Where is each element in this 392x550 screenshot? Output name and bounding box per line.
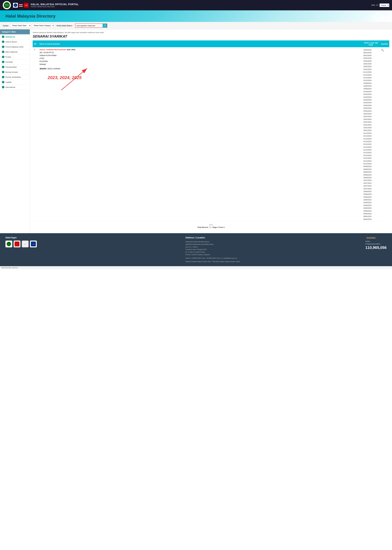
total-record: Total Record : 1 – Page 1 From 1	[33, 226, 389, 228]
lang-separator: BM	[376, 4, 378, 6]
header-title-block: HALAL MALAYSIA OFFICIAL PORTAL PORTAL RA…	[31, 3, 368, 7]
sidebar-check-logistik	[2, 81, 4, 83]
footer-address-section: Address / Location BAHAGIAN PENGURUSAN H…	[185, 236, 360, 263]
social-media-button[interactable]: Social Media	[365, 236, 377, 239]
sidebar-check-international	[2, 86, 4, 88]
app-logo-3: APP	[22, 240, 28, 247]
footer-apps-title: Halal Apps	[6, 236, 180, 239]
footer-contact: Telefon : 03-8892 5000 | Faks : 03-8892 …	[185, 257, 360, 260]
cell-search[interactable]: 🔍	[380, 47, 389, 221]
sidebar-item-hotel[interactable]: Hotel & Resort	[0, 39, 30, 44]
search-bar: Carian: Please Select State Please Selec…	[0, 22, 392, 29]
sidebar-label-logistik: Logistik	[6, 81, 11, 83]
welcome-text: Selamat datang ke direktori Halal Malays…	[33, 32, 389, 34]
company-address: 18A, JALAN PP 2/2,TAMAN PUTRA PRIMA47100…	[40, 51, 361, 66]
category-select[interactable]: Please Select Category	[32, 24, 54, 28]
app-logo-4: JAKIM	[30, 240, 37, 247]
footer-address-title: Address / Location	[185, 236, 360, 239]
visitor-count: 110,965,056	[365, 246, 386, 250]
th-bil: Bil	[33, 40, 38, 47]
sidebar-item-premis[interactable]: Premis Makanan (204)	[0, 44, 30, 49]
sidebar-label-kosmetik: Kosmetik	[6, 61, 13, 63]
sidebar-label-hotel: Hotel & Resort	[6, 41, 17, 43]
search-company-icon[interactable]: 🔍	[381, 49, 384, 51]
footer-apps-section: Halal Apps HALAL MY APP JAKIM	[6, 236, 180, 263]
svg-point-0	[4, 2, 10, 8]
sidebar-item-produk[interactable]: Produk	[0, 55, 30, 59]
portal-subtitle: PORTAL RASMI HALAL MALAYSIA	[31, 6, 368, 7]
banner: Halal Malaysia Directory	[0, 10, 392, 22]
footer-address-text: BAHAGIAN PENGURUSAN HALAL, JABATAN KEMAJ…	[185, 240, 360, 256]
annotation-arrow	[53, 66, 97, 93]
sidebar-label-menu: Menu Makanan	[6, 51, 18, 53]
result-table: Bil Nama & Alamat Syarikat Tarikh Luput …	[33, 40, 389, 221]
search-icon	[104, 24, 106, 27]
cell-company: SEOUL GARDEN RESTAURANT SDN. BHD. 18A, J…	[38, 47, 362, 221]
halal-logo: HALAL MALAYSIA	[3, 1, 11, 9]
banner-title: Halal Malaysia Directory	[6, 14, 386, 19]
company-name-line: SEOUL GARDEN RESTAURANT SDN. BHD.	[40, 49, 361, 51]
jakim-logo: JAKIM	[24, 3, 28, 8]
company-name-red: SEOUL GARDEN RESTAURANT	[40, 49, 66, 51]
sidebar: Kategori / Skim Syarikat (1) Hotel & Res…	[0, 29, 30, 233]
nav-dropdown[interactable]: Home	[380, 4, 389, 7]
svg-text:MALAYSIA: MALAYSIA	[5, 6, 9, 6]
svg-text:HALAL: HALAL	[5, 4, 9, 5]
sidebar-label-rumah: Rumah Sembelihan	[6, 76, 21, 78]
verify-label: Verify Halal Status :	[56, 25, 73, 27]
app-logo-1: HALAL	[6, 240, 12, 247]
footer-visitor-section: Social Media Visitor Pengunjung terkini …	[365, 236, 386, 263]
sidebar-item-menu[interactable]: Menu Makanan	[0, 49, 30, 55]
th-tarikh: Tarikh Luput Sijil Halal	[362, 40, 380, 47]
sidebar-check-farma	[2, 66, 4, 68]
sidebar-check-barang	[2, 71, 4, 73]
sidebar-item-international[interactable]: International	[0, 85, 30, 90]
sidebar-item-farma[interactable]: Farmaseutikal	[0, 64, 30, 70]
content-area: Selamat datang ke direktori Halal Malays…	[30, 29, 392, 233]
table-row: 1. SEOUL GARDEN RESTAURANT SDN. BHD. 18A…	[33, 47, 389, 221]
sidebar-check-produk	[2, 56, 4, 58]
sidebar-label-farma: Farmaseutikal	[6, 66, 17, 68]
svg-text:HALAL: HALAL	[7, 244, 10, 245]
th-name: Nama & Alamat Syarikat	[38, 40, 362, 47]
sidebar-item-rumah[interactable]: Rumah Sembelihan	[0, 75, 30, 80]
footer-logo-row: HALAL MY APP JAKIM	[6, 240, 180, 247]
gov-logo-1: MY	[13, 3, 18, 8]
sidebar-label-barang: Barang Gunaan	[6, 71, 18, 73]
app-logo-2: MY	[14, 240, 21, 247]
search-input-wrap	[75, 24, 107, 28]
sidebar-check-kosmetik	[2, 61, 4, 63]
visitor-title: Visitor	[365, 240, 386, 242]
svg-text:JAKIM: JAKIM	[32, 244, 35, 245]
pagination: [ 1 ]	[33, 224, 389, 226]
sidebar-item-kosmetik[interactable]: Kosmetik	[0, 59, 30, 64]
sidebar-item-logistik[interactable]: Logistik	[0, 80, 30, 85]
portal-title: HALAL MALAYSIA OFFICIAL PORTAL	[31, 3, 368, 6]
list-title: SENARAI SYARIKAT	[33, 34, 389, 39]
cell-bil: 1.	[33, 47, 38, 221]
sidebar-check-menu	[2, 51, 4, 53]
svg-text:MY: MY	[16, 244, 18, 245]
search-button[interactable]	[103, 24, 107, 27]
svg-text:MY: MY	[15, 5, 16, 6]
sidebar-check-hotel	[2, 41, 4, 43]
sidebar-label-premis: Premis Makanan (204)	[6, 46, 23, 48]
lang-eng[interactable]: ENG	[371, 4, 375, 6]
search-input[interactable]	[75, 24, 103, 27]
sidebar-check-rumah	[2, 76, 4, 78]
sidebar-label-international: International	[6, 86, 15, 88]
th-syarikat: Syarikat	[380, 40, 389, 47]
sidebar-check-premis	[2, 46, 4, 48]
url-bar: directory/index_directory	[0, 266, 392, 269]
sidebar-label-syarikat: Syarikat (1)	[6, 36, 15, 38]
sidebar-item-barang[interactable]: Barang Gunaan	[0, 70, 30, 75]
cell-dates: 15/04/202528/02/202528/02/202515/02/2025…	[362, 47, 380, 221]
svg-line-6	[61, 68, 87, 90]
sidebar-item-syarikat[interactable]: Syarikat (1)	[0, 34, 30, 39]
header-nav[interactable]: ENG BM Home	[370, 4, 389, 7]
footer-resolution: Paparan terbaik dengan resolusi 1024 x 7…	[185, 260, 360, 263]
jenama-label: JENAMA:	[40, 68, 47, 70]
gov-logos: MY JAKIM	[13, 3, 28, 8]
state-select[interactable]: Please Select State	[10, 24, 31, 28]
svg-text:APP: APP	[25, 244, 26, 245]
